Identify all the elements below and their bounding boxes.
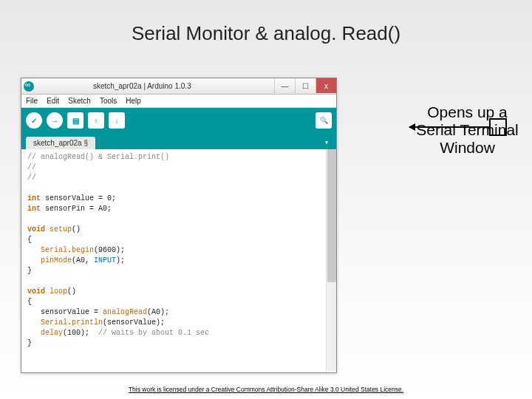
tab-menu-button[interactable]: ▾ [321,137,332,147]
vertical-scrollbar[interactable] [326,149,336,371]
window-title: sketch_apr02a | Arduino 1.0.3 [93,82,191,90]
file-icon: ▤ [72,117,79,125]
open-button[interactable]: ↑ [88,112,104,129]
license-footer: This work is licensed under a Creative C… [0,386,532,393]
code-text: // analogRead() & Serial.print() // // i… [21,149,336,352]
menu-edit[interactable]: Edit [47,97,59,105]
arrow-right-icon: → [51,117,58,125]
check-icon: ✓ [31,117,37,125]
menu-help[interactable]: Help [126,97,141,105]
new-button[interactable]: ▤ [67,112,83,129]
arrow-down-icon: ↓ [115,117,119,125]
scroll-thumb[interactable] [327,149,336,282]
close-button[interactable]: x [316,78,336,93]
chevron-down-icon: ▾ [325,139,328,146]
toolbar: ✓ → ▤ ↑ ↓ 🔍 [21,108,336,133]
menu-bar: File Edit Sketch Tools Help [21,95,336,108]
sketch-tab[interactable]: sketch_apr02a § [26,137,95,149]
code-editor[interactable]: // analogRead() & Serial.print() // // i… [21,149,336,371]
page-title: Serial Monitor & analog. Read() [0,22,532,45]
menu-sketch[interactable]: Sketch [68,97,91,105]
save-button[interactable]: ↓ [109,112,125,129]
arduino-ide-window: sketch_apr02a | Arduino 1.0.3 — ☐ x File… [21,78,337,373]
serial-monitor-button[interactable]: 🔍 [316,112,332,129]
maximize-button[interactable]: ☐ [295,78,316,93]
tab-bar: sketch_apr02a § ▾ [21,133,336,149]
menu-file[interactable]: File [26,97,38,105]
arrow-up-icon: ↑ [95,117,98,125]
upload-button[interactable]: → [47,112,63,129]
verify-button[interactable]: ✓ [26,112,42,129]
callout-label: Opens up a Serial Terminal Window [410,103,525,157]
title-bar: sketch_apr02a | Arduino 1.0.3 — ☐ x [21,78,336,95]
menu-tools[interactable]: Tools [100,97,117,105]
arduino-logo-icon [24,81,34,92]
magnifier-icon: 🔍 [320,117,328,124]
minimize-button[interactable]: — [274,78,295,93]
